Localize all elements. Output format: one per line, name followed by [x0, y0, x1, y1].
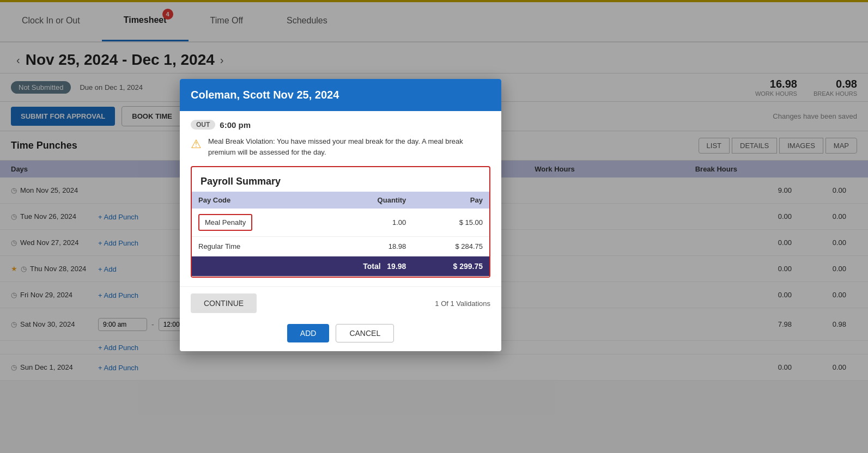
warning-icon: ⚠	[191, 137, 202, 151]
payroll-table-header-row: Pay Code Quantity Pay	[192, 192, 489, 209]
col-pay: Pay	[412, 192, 489, 209]
add-cancel-row: ADD CANCEL	[180, 320, 501, 351]
payroll-table: Pay Code Quantity Pay Meal Penalty 1.00 …	[192, 192, 489, 277]
payroll-row-meal-penalty: Meal Penalty 1.00 $ 15.00	[192, 209, 489, 237]
pay-code-meal-penalty: Meal Penalty	[192, 209, 312, 237]
quantity-regular: 18.98	[312, 237, 413, 256]
payroll-row-regular-time: Regular Time 18.98 $ 284.75	[192, 237, 489, 256]
add-button[interactable]: ADD	[287, 324, 330, 342]
modal-title: Coleman, Scott Nov 25, 2024	[191, 89, 339, 101]
out-time: 6:00 pm	[220, 120, 251, 130]
total-quantity-label: Total 19.98	[312, 256, 413, 277]
pay-code-regular: Regular Time	[192, 237, 312, 256]
cancel-button[interactable]: CANCEL	[336, 324, 394, 342]
total-label	[192, 256, 312, 277]
col-pay-code: Pay Code	[192, 192, 312, 209]
col-quantity: Quantity	[312, 192, 413, 209]
validation-count: 1 Of 1 Validations	[435, 299, 490, 308]
meal-penalty-label: Meal Penalty	[198, 214, 252, 231]
pay-meal-penalty: $ 15.00	[412, 209, 489, 237]
out-badge: OUT	[191, 120, 215, 130]
continue-button[interactable]: CONTINUE	[191, 293, 257, 313]
payroll-total-row: Total 19.98 $ 299.75	[192, 256, 489, 277]
quantity-meal-penalty: 1.00	[312, 209, 413, 237]
validation-modal: Coleman, Scott Nov 25, 2024 OUT 6:00 pm …	[180, 79, 501, 351]
payroll-summary-box: Payroll Summary Pay Code Quantity Pay Me…	[191, 166, 490, 278]
payroll-summary-title: Payroll Summary	[192, 167, 489, 192]
pay-regular: $ 284.75	[412, 237, 489, 256]
warning-row: ⚠ Meal Break Violation: You have missed …	[191, 136, 490, 157]
warning-text: Meal Break Violation: You have missed yo…	[208, 136, 490, 157]
modal-body: OUT 6:00 pm ⚠ Meal Break Violation: You …	[180, 111, 501, 166]
modal-footer: CONTINUE 1 Of 1 Validations	[180, 286, 501, 320]
total-pay: $ 299.75	[412, 256, 489, 277]
modal-header: Coleman, Scott Nov 25, 2024	[180, 79, 501, 111]
